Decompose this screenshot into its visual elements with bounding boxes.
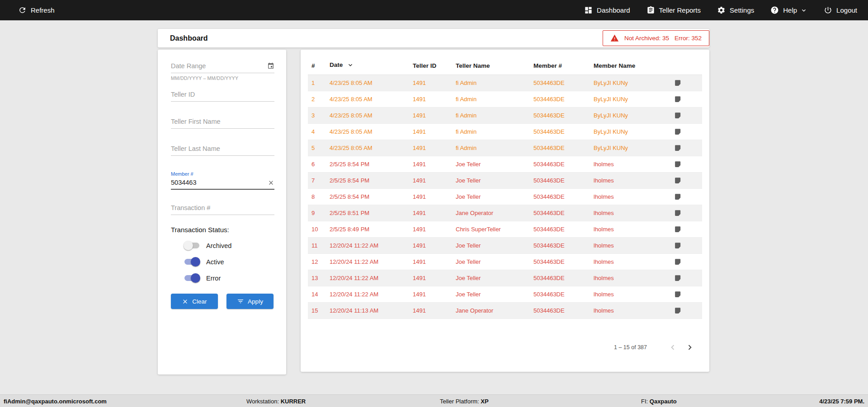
cell-member: 5034463DE <box>530 108 590 124</box>
col-teller-name[interactable]: Teller Name <box>452 57 530 75</box>
note-icon[interactable] <box>674 258 682 266</box>
member-number-input[interactable] <box>171 178 268 187</box>
note-icon[interactable] <box>674 193 682 201</box>
cell-teller-name: Joe Teller <box>452 238 530 254</box>
cell-teller-name: fi Admin <box>452 140 530 156</box>
table-row[interactable]: 54/23/25 8:05 AM1491fi Admin5034463DEByL… <box>308 140 702 156</box>
page-header: Dashboard Not Archived: 35 Error: 352 <box>158 29 709 47</box>
help-icon <box>770 6 779 14</box>
teller-last-name-input[interactable] <box>171 144 274 153</box>
cell-member-name: ByLyJI KUNy <box>590 108 671 124</box>
teller-first-name-field <box>171 117 274 129</box>
note-icon[interactable] <box>674 307 682 314</box>
table-row[interactable]: 92/5/25 8:51 PM1491Jane Operator5034463D… <box>308 205 702 221</box>
note-icon[interactable] <box>674 160 682 168</box>
cell-date: 12/20/24 11:22 AM <box>326 270 409 286</box>
clear-member-icon[interactable] <box>268 179 274 186</box>
cell-teller-name: fi Admin <box>452 75 530 91</box>
next-page-button[interactable] <box>681 339 698 356</box>
transaction-number-input[interactable] <box>171 203 274 212</box>
pagination: 1 – 15 of 387 <box>301 319 709 356</box>
table-row[interactable]: 14/23/25 8:05 AM1491fi Admin5034463DEByL… <box>308 75 702 91</box>
filter-panel: MM/DD/YYYY – MM/DD/YYYY <box>158 50 286 374</box>
date-range-field: MM/DD/YYYY – MM/DD/YYYY <box>171 61 274 81</box>
cell-notes <box>671 140 702 156</box>
cell-num: 13 <box>308 270 326 286</box>
note-icon[interactable] <box>674 274 682 282</box>
col-date[interactable]: Date <box>326 57 409 75</box>
nav-teller-reports[interactable]: Teller Reports <box>646 6 701 14</box>
nav-dashboard[interactable]: Dashboard <box>584 6 630 14</box>
note-icon[interactable] <box>674 242 682 249</box>
gear-icon <box>717 6 726 14</box>
cell-member: 5034463DE <box>530 286 590 303</box>
table-row[interactable]: 1412/20/24 11:22 AM1491Joe Teller5034463… <box>308 286 702 303</box>
note-icon[interactable] <box>674 144 682 152</box>
teller-first-name-input[interactable] <box>171 117 274 126</box>
nav-help[interactable]: Help <box>770 6 807 14</box>
table-row[interactable]: 82/5/25 8:54 PM1491Joe Teller5034463DElh… <box>308 189 702 205</box>
cell-notes <box>671 303 702 319</box>
note-icon[interactable] <box>674 225 682 233</box>
note-icon[interactable] <box>674 177 682 184</box>
table-row[interactable]: 24/23/25 8:05 AM1491fi Admin5034463DEByL… <box>308 91 702 108</box>
cell-member-name: lholmes <box>590 238 671 254</box>
cell-teller-id: 1491 <box>409 221 452 238</box>
note-icon[interactable] <box>674 209 682 217</box>
table-row[interactable]: 1112/20/24 11:22 AM1491Joe Teller5034463… <box>308 238 702 254</box>
cell-notes <box>671 286 702 303</box>
note-icon[interactable] <box>674 128 682 136</box>
nav-logout[interactable]: Logout <box>824 6 857 14</box>
toggle-archived[interactable]: Archived <box>184 241 274 250</box>
cell-member: 5034463DE <box>530 75 590 91</box>
cell-date: 12/20/24 11:13 AM <box>326 303 409 319</box>
table-row[interactable]: 1512/20/24 11:13 AM1491Jane Operator5034… <box>308 303 702 319</box>
cell-teller-id: 1491 <box>409 238 452 254</box>
table-row[interactable]: 1312/20/24 11:22 AM1491Joe Teller5034463… <box>308 270 702 286</box>
member-number-field: Member # <box>171 171 274 190</box>
cell-teller-id: 1491 <box>409 156 452 173</box>
table-row[interactable]: 34/23/25 8:05 AM1491fi Admin5034463DEByL… <box>308 108 702 124</box>
cell-num: 12 <box>308 254 326 270</box>
cell-num: 4 <box>308 124 326 140</box>
col-member[interactable]: Member # <box>530 57 590 75</box>
cell-member: 5034463DE <box>530 140 590 156</box>
calendar-icon[interactable] <box>267 62 274 70</box>
cell-member-name: lholmes <box>590 270 671 286</box>
col-member-name[interactable]: Member Name <box>590 57 671 75</box>
sort-desc-icon <box>347 61 354 70</box>
table-row[interactable]: 72/5/25 8:54 PM1491Joe Teller5034463DElh… <box>308 173 702 189</box>
note-icon[interactable] <box>674 112 682 119</box>
cell-member-name: ByLyJI KUNy <box>590 140 671 156</box>
status-bar: fiAdmin@qaxpauto.onmicrosoft.com Worksta… <box>0 394 868 407</box>
cell-member: 5034463DE <box>530 221 590 238</box>
prev-page-button[interactable] <box>664 339 681 356</box>
cell-teller-id: 1491 <box>409 108 452 124</box>
topbar-left: Refresh <box>18 6 55 14</box>
toggle-active[interactable]: Active <box>184 257 274 267</box>
clear-button[interactable]: Clear <box>171 294 218 309</box>
refresh-button[interactable]: Refresh <box>18 6 55 14</box>
note-icon[interactable] <box>674 95 682 103</box>
cell-teller-id: 1491 <box>409 140 452 156</box>
nav-settings[interactable]: Settings <box>717 6 754 14</box>
note-icon[interactable] <box>674 290 682 298</box>
table-row[interactable]: 62/5/25 8:54 PM1491Joe Teller5034463DElh… <box>308 156 702 173</box>
workstation-label: Workstation: <box>246 398 279 404</box>
col-num[interactable]: # <box>308 57 326 75</box>
table-row[interactable]: 44/23/25 8:05 AM1491fi Admin5034463DEByL… <box>308 124 702 140</box>
platform-value: XP <box>481 398 488 404</box>
teller-id-input[interactable] <box>171 90 274 99</box>
table-row[interactable]: 1212/20/24 11:22 AM1491Joe Teller5034463… <box>308 254 702 270</box>
cell-num: 5 <box>308 140 326 156</box>
col-teller-id[interactable]: Teller ID <box>409 57 452 75</box>
warning-icon <box>610 34 619 42</box>
table-row[interactable]: 102/5/25 8:49 PM1491Chris SuperTeller503… <box>308 221 702 238</box>
cell-date: 2/5/25 8:51 PM <box>326 205 409 221</box>
toggle-error[interactable]: Error <box>184 273 274 283</box>
date-range-input[interactable] <box>171 61 267 70</box>
cell-member-name: lholmes <box>590 156 671 173</box>
apply-button[interactable]: Apply <box>226 294 274 309</box>
note-icon[interactable] <box>674 79 682 87</box>
cell-teller-id: 1491 <box>409 189 452 205</box>
